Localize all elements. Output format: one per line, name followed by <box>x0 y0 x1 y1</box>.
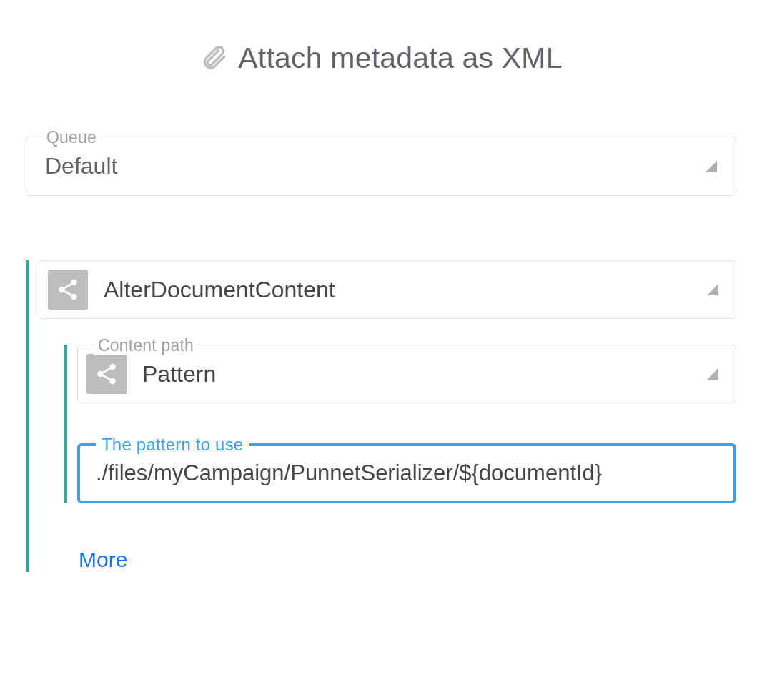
dropdown-triangle-icon <box>707 368 718 380</box>
config-panel: Attach metadata as XML Queue Default Alt… <box>0 0 762 572</box>
pattern-value: ./files/myCampaign/PunnetSerializer/${do… <box>96 460 718 486</box>
queue-select[interactable]: Queue Default <box>26 137 736 196</box>
content-path-block: Content path Pattern The pattern to use … <box>64 345 736 503</box>
more-button[interactable]: More <box>79 548 127 572</box>
pattern-input[interactable]: The pattern to use ./files/myCampaign/Pu… <box>77 443 736 503</box>
share-icon <box>86 354 127 394</box>
pattern-label: The pattern to use <box>96 435 249 455</box>
svg-point-5 <box>109 378 116 385</box>
svg-point-0 <box>71 280 77 286</box>
panel-title-row: Attach metadata as XML <box>26 41 736 75</box>
svg-point-2 <box>71 294 77 300</box>
task-block: AlterDocumentContent Content path Patter… <box>26 260 736 572</box>
svg-point-3 <box>109 364 116 370</box>
svg-point-4 <box>97 371 104 378</box>
content-path-select[interactable]: Content path Pattern <box>77 345 736 403</box>
queue-value: Default <box>45 153 706 179</box>
dropdown-triangle-icon <box>707 284 718 295</box>
attachment-icon <box>199 42 228 75</box>
share-icon <box>48 270 88 310</box>
panel-title: Attach metadata as XML <box>238 41 562 75</box>
content-path-label: Content path <box>94 336 198 355</box>
task-select[interactable]: AlterDocumentContent <box>39 260 736 319</box>
svg-point-1 <box>59 287 65 293</box>
queue-label: Queue <box>42 128 101 147</box>
dropdown-triangle-icon <box>706 161 717 172</box>
content-path-value: Pattern <box>142 361 707 388</box>
task-value: AlterDocumentContent <box>104 277 707 303</box>
